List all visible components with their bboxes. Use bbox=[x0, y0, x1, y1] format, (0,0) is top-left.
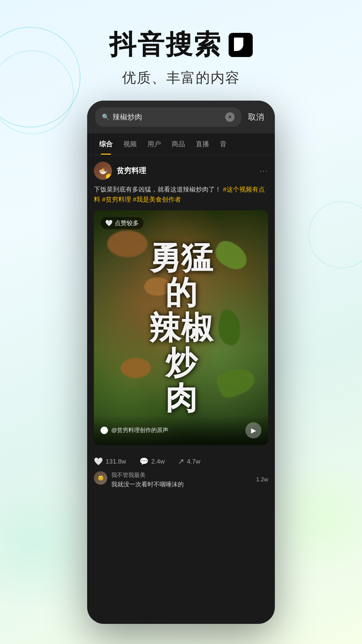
likes-count: 131.8w bbox=[106, 458, 126, 465]
clear-search-button[interactable]: × bbox=[225, 112, 235, 122]
content-area: 🍜 ✓ 贫穷料理 ··· 下饭菜到底有多凶猛，就看这道辣椒炒肉了！ #这个视频有… bbox=[87, 155, 275, 452]
comment-content-text: 我就没一次看时不咽唾沫的 bbox=[111, 480, 252, 488]
tab-comprehensive[interactable]: 综合 bbox=[94, 133, 118, 155]
video-text-overlay: 勇猛的辣椒炒肉 bbox=[94, 210, 268, 445]
search-tabs: 综合 视频 用户 商品 直播 音 bbox=[87, 133, 275, 155]
tiktok-logo-icon bbox=[229, 33, 253, 57]
comment-text-area: 我不管我最美 我就没一次看时不咽唾沫的 bbox=[111, 471, 252, 488]
tab-product[interactable]: 商品 bbox=[166, 133, 190, 155]
comment-likes-count: 1.2w bbox=[256, 476, 268, 483]
commenter-avatar: 😊 bbox=[94, 471, 107, 485]
comments-preview: 😊 我不管我最美 我就没一次看时不咽唾沫的 1.2w bbox=[87, 471, 275, 498]
search-bar: 🔍 辣椒炒肉 × 取消 bbox=[87, 101, 275, 133]
post-description-text: 下饭菜到底有多凶猛，就看这道辣椒炒肉了！ bbox=[94, 186, 221, 193]
phone-mockup: 🔍 辣椒炒肉 × 取消 综合 视频 用户 商品 直播 音 bbox=[87, 101, 275, 624]
comments-count: 2.4w bbox=[151, 458, 165, 465]
header-section: 抖音搜索 优质、丰富的内容 bbox=[0, 0, 362, 101]
commenter-username: 我不管我最美 bbox=[111, 471, 252, 479]
app-title-text: 抖音搜索 bbox=[109, 27, 222, 63]
share-icon: ↗ bbox=[178, 457, 184, 466]
post-header: 🍜 ✓ 贫穷料理 ··· bbox=[94, 162, 268, 180]
tiktok-small-icon bbox=[101, 427, 108, 434]
video-overlay-title: 勇猛的辣椒炒肉 bbox=[142, 233, 220, 422]
search-input-container[interactable]: 🔍 辣椒炒肉 × bbox=[95, 107, 241, 127]
tab-live[interactable]: 直播 bbox=[190, 133, 215, 155]
audio-info-text: @贫穷料理创作的原声 bbox=[111, 426, 168, 434]
search-query-text: 辣椒炒肉 bbox=[113, 112, 222, 122]
comment-item: 😊 我不管我最美 我就没一次看时不咽唾沫的 1.2w bbox=[94, 471, 268, 488]
bg-decoration-circle-3 bbox=[308, 201, 362, 268]
comments-engagement[interactable]: 💬 2.4w bbox=[139, 457, 165, 466]
search-icon: 🔍 bbox=[102, 113, 109, 121]
hashtag-3[interactable]: #我是美食创作者 bbox=[133, 196, 181, 203]
tab-user[interactable]: 用户 bbox=[142, 133, 166, 155]
shares-count: 4.7w bbox=[187, 458, 200, 465]
tab-video[interactable]: 视频 bbox=[118, 133, 142, 155]
video-bottom-bar: @贫穷料理创作的原声 ▶ bbox=[94, 416, 268, 445]
username-label[interactable]: 贫穷料理 bbox=[117, 166, 146, 176]
video-container[interactable]: 🤍 点赞较多 勇猛的辣椒炒肉 @贫穷料理创作的原声 ▶ bbox=[94, 210, 268, 445]
verified-badge-icon: ✓ bbox=[106, 174, 112, 180]
phone-screen: 🔍 辣椒炒肉 × 取消 综合 视频 用户 商品 直播 音 bbox=[87, 101, 275, 624]
hashtag-2[interactable]: #贫穷料理 bbox=[102, 196, 133, 203]
tab-audio[interactable]: 音 bbox=[215, 133, 232, 155]
audio-info[interactable]: @贫穷料理创作的原声 bbox=[101, 426, 168, 434]
more-options-button[interactable]: ··· bbox=[259, 166, 268, 175]
play-button[interactable]: ▶ bbox=[245, 422, 261, 438]
post-description: 下饭菜到底有多凶猛，就看这道辣椒炒肉了！ #这个视频有点料 #贫穷料理 #我是美… bbox=[94, 184, 268, 205]
bg-blob-right bbox=[261, 460, 362, 577]
shares-engagement[interactable]: ↗ 4.7w bbox=[178, 457, 200, 466]
cancel-search-button[interactable]: 取消 bbox=[245, 112, 267, 122]
comment-icon: 💬 bbox=[139, 457, 148, 466]
avatar[interactable]: 🍜 ✓ bbox=[94, 162, 112, 180]
user-info: 🍜 ✓ 贫穷料理 bbox=[94, 162, 146, 180]
app-title: 抖音搜索 bbox=[0, 27, 362, 63]
like-icon: 🤍 bbox=[94, 457, 103, 466]
bg-blob-left bbox=[0, 476, 101, 610]
engagement-bar: 🤍 131.8w 💬 2.4w ↗ 4.7w bbox=[87, 452, 275, 471]
likes-engagement[interactable]: 🤍 131.8w bbox=[94, 457, 126, 466]
app-subtitle: 优质、丰富的内容 bbox=[0, 68, 362, 87]
